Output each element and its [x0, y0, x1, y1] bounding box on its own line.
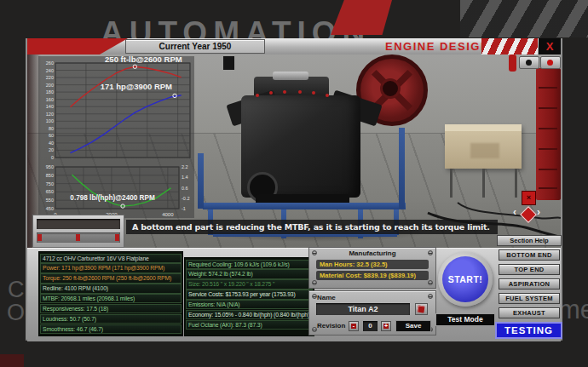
screw-icon	[312, 250, 317, 255]
rpm-slider-panel	[32, 215, 124, 248]
svg-text:20: 20	[49, 147, 54, 152]
spark-wire	[283, 90, 286, 94]
svg-text:950: 950	[46, 164, 54, 169]
stat-row: Smoothness: 46.7 (46.7)	[40, 324, 182, 334]
flywheel-hub	[380, 78, 401, 99]
dyno-graph-panel: 260240220200180160140120100806040200250 …	[38, 56, 194, 218]
random-name-button[interactable]	[415, 303, 428, 315]
camera-gizmo-box[interactable]: ×	[522, 191, 536, 205]
close-button[interactable]: X	[539, 38, 561, 54]
revision-value: 0	[363, 321, 378, 331]
stat-row: Size: 20.516 " x 19.220 " x 18.275 "	[186, 279, 313, 289]
svg-text:100: 100	[46, 118, 54, 123]
snapshot-camera-button[interactable]	[519, 56, 539, 69]
rpm-slider[interactable]	[37, 232, 120, 243]
stat-row: 4712 cc OHV Carburettor 16V V8 Flatplane	[40, 254, 182, 263]
spark-wire	[312, 91, 315, 95]
slider-mark	[115, 234, 119, 241]
engine-stand-upright	[399, 128, 405, 209]
svg-text:120: 120	[46, 112, 54, 117]
svg-text:4000: 4000	[162, 212, 174, 217]
stat-row: Service Costs: $1753.93 per year (1753.9…	[186, 290, 313, 299]
camera-icon	[526, 60, 532, 66]
stat-row: Fuel Octane (AKI): 87.3 (87.3)	[186, 320, 313, 330]
stat-row: Weight: 574.2 lb (574.2 lb)	[186, 269, 313, 278]
background-maroon-block	[0, 354, 24, 367]
svg-text:450: 450	[46, 206, 54, 211]
power-torque-chart: 260240220200180160140120100806040200250 …	[38, 56, 194, 160]
screw-icon	[428, 280, 433, 285]
svg-text:140: 140	[46, 104, 54, 109]
svg-text:0.6: 0.6	[182, 186, 188, 191]
svg-text:180: 180	[46, 89, 54, 95]
slider-handle[interactable]	[76, 234, 80, 241]
screw-icon	[312, 280, 317, 285]
viewport-toolbar	[519, 56, 560, 68]
nav-testing-active[interactable]: TESTING	[495, 322, 562, 339]
fuel-tank-label	[470, 143, 499, 158]
section-help-button[interactable]: Section Help	[497, 235, 562, 246]
gizmo-right-arrow-icon: ›	[537, 206, 540, 218]
engine-design-window: Current Year 1950 ENGINE DESIGN X	[26, 38, 562, 341]
manufacturing-rows: Man Hours: 32.5 (32.5)Material Cost: $83…	[309, 260, 435, 281]
engine-stand-bar	[203, 203, 406, 209]
svg-text:2.2: 2.2	[182, 164, 188, 169]
stat-row: Power: 171 hp@3900 RPM (171 hp@3900 RPM)	[40, 263, 182, 272]
spark-wire	[326, 94, 329, 97]
engine-name-input[interactable]: Titan A2	[316, 303, 410, 315]
tank-leg	[482, 169, 485, 198]
svg-text:220: 220	[46, 75, 54, 80]
svg-text:60: 60	[49, 133, 54, 138]
spark-wire	[256, 94, 259, 97]
svg-text:240: 240	[46, 68, 54, 73]
manufacturing-panel: Manufacturing Man Hours: 32.5 (32.5)Mate…	[308, 247, 436, 289]
save-button[interactable]: Save	[395, 320, 431, 332]
nav-exhaust[interactable]: EXHAUST	[499, 307, 560, 318]
nav-top-end[interactable]: TOP END	[499, 264, 560, 275]
tank-leg	[450, 169, 453, 198]
red-toolbox-cabinet	[536, 68, 561, 200]
svg-text:0.798 lb/(hph)@2400 RPM: 0.798 lb/(hph)@2400 RPM	[70, 194, 155, 202]
name-panel: Name Titan A2 Revision - 0 + Save	[308, 290, 436, 335]
svg-text:850: 850	[46, 173, 54, 178]
stat-row: Material Cost: $839.19 ($839.19)	[316, 271, 429, 280]
engine-stand-upright	[198, 153, 204, 209]
nav-buttons: BOTTOM ENDTOP ENDASPIRATIONFUEL SYSTEMEX…	[499, 249, 560, 322]
title-bar: Current Year 1950 ENGINE DESIGN X	[27, 38, 561, 54]
slider-mark	[37, 234, 42, 241]
svg-text:200: 200	[46, 83, 54, 88]
nav-aspiration[interactable]: ASPIRATION	[499, 278, 560, 290]
stat-row: Economy: 15.05% - 0.840 lb/(hph) (0.840 …	[186, 310, 313, 319]
stat-row: Man Hours: 32.5 (32.5)	[316, 260, 429, 269]
engine-stats-secondary: Required Cooling: 109.6 kJ/s (109.6 kJ/s…	[184, 257, 314, 336]
background-diagonal-stripes	[460, 0, 588, 37]
svg-text:40: 40	[49, 140, 54, 146]
revision-plus-button[interactable]: +	[381, 321, 391, 331]
revision-minus-button[interactable]: -	[349, 321, 359, 331]
start-button[interactable]: START!	[442, 256, 488, 302]
tank-leg	[515, 169, 517, 198]
stat-row: Emissions: N/A (N/A)	[186, 300, 313, 309]
gizmo-left-arrow-icon: ‹	[513, 206, 516, 218]
screw-icon	[428, 294, 433, 299]
nav-fuel-system[interactable]: FUEL SYSTEM	[499, 293, 560, 304]
svg-text:550: 550	[46, 198, 54, 203]
window-title: ENGINE DESIGN	[385, 40, 490, 53]
spark-wire	[298, 90, 302, 94]
background-letters-me: me	[558, 295, 588, 325]
engine-3d-viewport[interactable]: × ‹ › 2602402202001801601401201008060402…	[27, 54, 561, 248]
svg-text:-0.2: -0.2	[182, 196, 189, 201]
test-mode-button[interactable]: Test Mode	[435, 313, 495, 326]
stat-row: Responsiveness: 17.5 (18)	[40, 304, 182, 313]
screw-icon	[428, 250, 433, 255]
record-button[interactable]	[540, 56, 561, 69]
svg-text:750: 750	[46, 181, 54, 186]
stat-row: Torque: 250 ft-lb@2600 RPM (250 ft-lb@26…	[40, 273, 182, 283]
nav-bottom-end[interactable]: BOTTOM END	[499, 249, 560, 261]
stat-row: MTBF: 20968.1 miles (20968.1 miles)	[40, 294, 182, 303]
fuel-consumption-chart: 9508507506505504502.21.40.6-0.2-10200040…	[38, 160, 194, 218]
stat-row: Redline: 4100 RPM (4100)	[40, 284, 182, 293]
intake-top	[273, 72, 308, 80]
screenshot-stage: AUTOMATION C O me Current Year 1950 ENGI…	[0, 0, 588, 367]
bottom-stats-panel: 4712 cc OHV Carburettor 16V V8 Flatplane…	[27, 248, 561, 341]
